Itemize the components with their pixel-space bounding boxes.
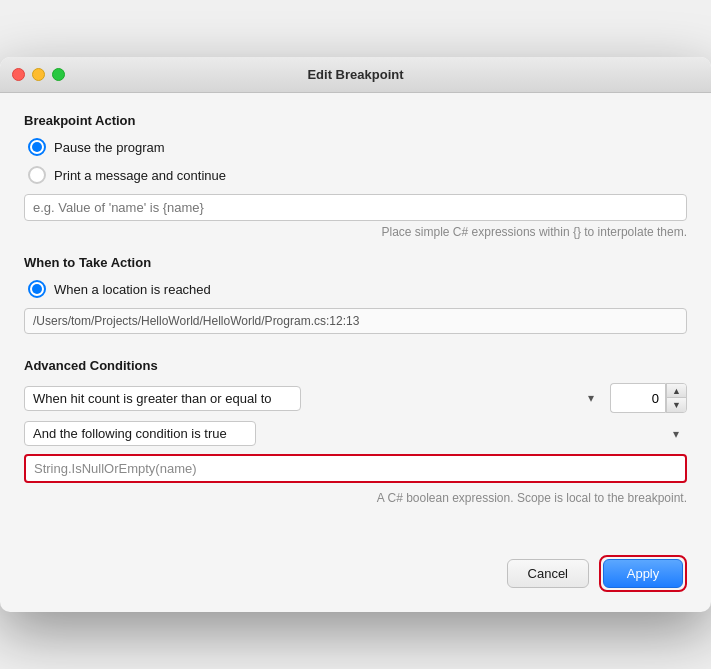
message-hint: Place simple C# expressions within {} to… (24, 225, 687, 239)
maximize-button[interactable] (52, 68, 65, 81)
condition-dropdown[interactable]: And the following condition is true (24, 421, 256, 446)
hit-count-input[interactable] (610, 383, 665, 413)
condition-dropdown-row: And the following condition is true (24, 421, 687, 446)
bottom-bar: Cancel Apply (0, 541, 711, 612)
print-radio-label: Print a message and continue (54, 168, 226, 183)
hit-count-dropdown[interactable]: When hit count is greater than or equal … (24, 386, 301, 411)
hit-count-dropdown-wrapper: When hit count is greater than or equal … (24, 386, 602, 411)
location-radio-row[interactable]: When a location is reached (24, 280, 687, 298)
condition-hint: A C# boolean expression. Scope is local … (24, 491, 687, 505)
condition-dropdown-wrapper: And the following condition is true (24, 421, 687, 446)
location-radio[interactable] (28, 280, 46, 298)
window-title: Edit Breakpoint (307, 67, 403, 82)
stepper-down-button[interactable]: ▼ (666, 398, 686, 412)
apply-button[interactable]: Apply (603, 559, 683, 588)
cancel-button[interactable]: Cancel (507, 559, 589, 588)
breakpoint-action-label: Breakpoint Action (24, 113, 687, 128)
location-input[interactable] (24, 308, 687, 334)
print-radio[interactable] (28, 166, 46, 184)
traffic-lights (12, 68, 65, 81)
breakpoint-action-section: Breakpoint Action Pause the program Prin… (24, 113, 687, 239)
advanced-conditions-section: Advanced Conditions When hit count is gr… (24, 358, 687, 505)
content-area: Breakpoint Action Pause the program Prin… (0, 93, 711, 541)
when-action-label: When to Take Action (24, 255, 687, 270)
pause-radio-label: Pause the program (54, 140, 165, 155)
window: Edit Breakpoint Breakpoint Action Pause … (0, 57, 711, 612)
hit-count-stepper: ▲ ▼ (665, 383, 687, 413)
location-radio-label: When a location is reached (54, 282, 211, 297)
pause-radio[interactable] (28, 138, 46, 156)
titlebar: Edit Breakpoint (0, 57, 711, 93)
message-input[interactable] (24, 194, 687, 221)
when-action-section: When to Take Action When a location is r… (24, 255, 687, 346)
pause-radio-row[interactable]: Pause the program (24, 138, 687, 156)
condition-input-row (24, 454, 687, 487)
stepper-up-button[interactable]: ▲ (666, 384, 686, 398)
hit-count-spinner: ▲ ▼ (610, 383, 687, 413)
advanced-conditions-label: Advanced Conditions (24, 358, 687, 373)
close-button[interactable] (12, 68, 25, 81)
apply-button-wrapper: Apply (599, 555, 687, 592)
print-radio-row[interactable]: Print a message and continue (24, 166, 687, 184)
condition-input[interactable] (24, 454, 687, 483)
minimize-button[interactable] (32, 68, 45, 81)
hit-count-row: When hit count is greater than or equal … (24, 383, 687, 413)
